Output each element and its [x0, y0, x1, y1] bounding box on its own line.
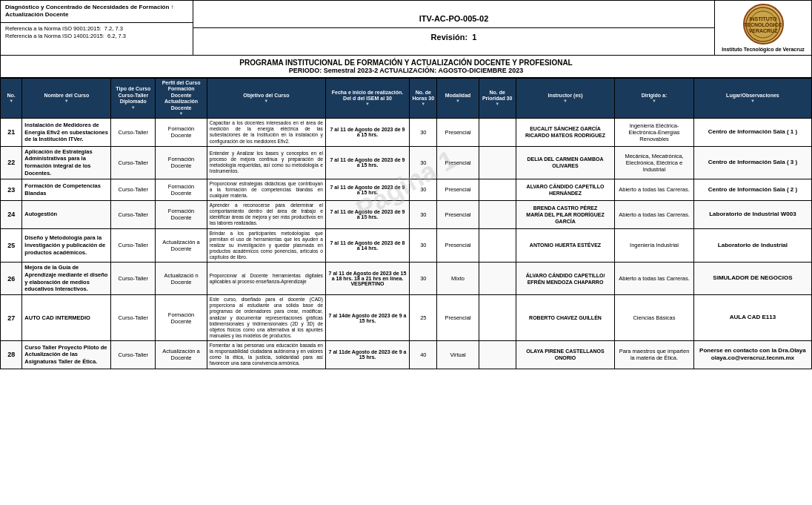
row-objetivo: Proporcionar al Docente herramientas dig…: [207, 263, 325, 295]
row-objetivo: Fomentar a las personas una educación ba…: [207, 341, 325, 369]
row-horas: 30: [410, 228, 437, 263]
col-header-horas: No. de Horas 30▼: [410, 79, 437, 119]
row-modalidad: Presencial: [437, 228, 479, 263]
row-tipo: Curso-Taller: [111, 179, 156, 200]
table-row: 25Diseño y Metodología para la Investiga…: [1, 228, 812, 263]
row-tipo: Curso-Taller: [111, 263, 156, 295]
row-modalidad: Virtual: [437, 341, 479, 369]
row-objetivo: Brindar a los participantes metodologías…: [207, 228, 325, 263]
row-modalidad: Presencial: [437, 146, 479, 179]
row-fecha: 7 al 11 de Agosto de 2023 de 9 a 15 hrs.: [325, 201, 409, 229]
table-row: 21Instalación de Medidores de Energía Ef…: [1, 119, 812, 147]
table-row: 24AutogestiónCurso-TallerFormación Docen…: [1, 201, 812, 229]
col-header-instructor: Instructor (es)▼: [516, 79, 614, 119]
row-nombre: Curso Taller Proyecto Piloto de Actualiz…: [22, 341, 111, 369]
ref2-label: Referencia a la Norma ISO 14001:2015:: [5, 33, 104, 39]
logo-icon: INSTITUTO TECNOLÓGICO VERACRUZ: [743, 4, 784, 44]
row-fecha: 7 al 11 de Agosto de 2023 de 9 a 15 hrs.: [325, 146, 409, 179]
row-nombre: AUTO CAD INTERMEDIO: [22, 295, 111, 341]
row-modalidad: Presencial: [437, 295, 479, 341]
col-header-perfil: Perfil del Curso Formación Docente Actua…: [156, 79, 207, 119]
row-dirigido: Abierto a todas las Carreras.: [615, 263, 694, 295]
row-perfil: Formación Docente: [156, 146, 207, 179]
row-objetivo: Entender y Analizar los bases y concepto…: [207, 146, 325, 179]
col-header-nombre: Nombre del Curso▼: [22, 79, 111, 119]
col-header-dirigido: Dirigido a:▼: [615, 79, 694, 119]
row-lugar: SIMULADOR DE NEGOCIOS: [693, 263, 811, 295]
row-no: 21: [1, 119, 22, 147]
row-fecha: 7 al 11 de Agosto de 2023 de 8 a 14 hrs.: [325, 228, 409, 263]
row-perfil: Formación Docente: [156, 119, 207, 147]
col-header-lugar: Lugar/Observaciones▼: [693, 79, 811, 119]
table-row: 23Formación de Competencias BlandasCurso…: [1, 179, 812, 200]
table-row: 27AUTO CAD INTERMEDIOCurso-TallerFormaci…: [1, 295, 812, 341]
row-horas: 30: [410, 179, 437, 200]
ref2-value: 6.2, 7.3: [107, 33, 126, 39]
row-perfil: Formación Docente: [156, 179, 207, 200]
row-no: 23: [1, 179, 22, 200]
row-horas: 25: [410, 295, 437, 341]
row-instructor: OLAYA PIRENE CASTELLANOS ONORIO: [516, 341, 614, 369]
row-fecha: 7 al 11 de Agosto de 2023 de 9 a 15 hrs.: [325, 179, 409, 200]
row-perfil: Formación Docente: [156, 295, 207, 341]
row-dirigido: Ingeniería Industrial: [615, 228, 694, 263]
row-dirigido: Mecánica, Mecatrónica, Electrónica, Eléc…: [615, 146, 694, 179]
row-fecha: 7 al 11 de Agosto de 2023 de 9 a 15 hrs.: [325, 119, 409, 147]
row-prioridad: [479, 341, 516, 369]
row-objetivo: Este curso, diseñado para el docente (CA…: [207, 295, 325, 341]
row-horas: 30: [410, 201, 437, 229]
row-nombre: Formación de Competencias Blandas: [22, 179, 111, 200]
row-prioridad: [479, 228, 516, 263]
row-instructor: ALVARO CÁNDIDO CAPETILLO HERNÁNDEZ: [516, 179, 614, 200]
program-table: No.▼ Nombre del Curso▼ Tipo de Curso Cur…: [0, 78, 812, 369]
row-dirigido: Para maestros que imparten la materia de…: [615, 341, 694, 369]
row-modalidad: Presencial: [437, 179, 479, 200]
row-lugar: Ponerse en contacto con la Dra.Olaya ola…: [693, 341, 811, 369]
row-nombre: Diseño y Metodología para la Investigaci…: [22, 228, 111, 263]
row-modalidad: Presencial: [437, 201, 479, 229]
row-prioridad: [479, 119, 516, 147]
row-no: 25: [1, 228, 22, 263]
row-prioridad: [479, 263, 516, 295]
row-lugar: Laboratorio de Industrial W003: [693, 201, 811, 229]
ref1-value: 7.2, 7.3: [104, 25, 123, 32]
row-prioridad: [479, 179, 516, 200]
row-perfil: Formación Docente: [156, 201, 207, 229]
row-no: 27: [1, 295, 22, 341]
row-prioridad: [479, 146, 516, 179]
row-horas: 30: [410, 263, 437, 295]
row-fecha: 7 al 11de Agosto de 2023 de 9 a 15 hrs.: [325, 341, 409, 369]
row-instructor: BRENDA CASTRO PÉREZMARÍA DEL PILAR RODRÍ…: [516, 201, 614, 229]
row-perfil: Actualización a Docente: [156, 341, 207, 369]
row-dirigido: Ciencias Básicas: [615, 295, 694, 341]
row-tipo: Curso-Taller: [111, 146, 156, 179]
row-no: 24: [1, 201, 22, 229]
row-lugar: Centro de Información Sala ( 1 ): [693, 119, 811, 147]
table-row: 26Mejora de la Guía de Aprendizaje media…: [1, 263, 812, 295]
row-nombre: Mejora de la Guía de Aprendizaje mediant…: [22, 263, 111, 295]
row-no: 26: [1, 263, 22, 295]
row-instructor: EUCALIT SÁNCHEZ GARCÍARICARDO MATEOS ROD…: [516, 119, 614, 147]
col-header-tipo: Tipo de Curso Curso-Taller Diplomado▼: [111, 79, 156, 119]
row-lugar: Centro de Información Sala ( 3 ): [693, 146, 811, 179]
row-tipo: Curso-Taller: [111, 228, 156, 263]
row-dirigido: Ingeniería Eléctrica-Electrónica-Energia…: [615, 119, 694, 147]
row-tipo: Curso-Taller: [111, 295, 156, 341]
row-lugar: AULA CAD E113: [693, 295, 811, 341]
doc-code: ITV-AC-PO-005-02: [193, 10, 714, 28]
row-horas: 30: [410, 119, 437, 147]
doc-title: Diagnóstico y Concentrado de Necesidades…: [1, 1, 193, 23]
row-nombre: Aplicación de Estrategias Administrativa…: [22, 146, 111, 179]
row-no: 22: [1, 146, 22, 179]
row-horas: 30: [410, 146, 437, 179]
doc-revision: Revisión: 1: [427, 28, 482, 46]
row-objetivo: Aprender a reconocerse para determinar e…: [207, 201, 325, 229]
row-nombre: Autogestión: [22, 201, 111, 229]
table-row: 22Aplicación de Estrategias Administrati…: [1, 146, 812, 179]
row-modalidad: Presencial: [437, 119, 479, 147]
row-lugar: Centro de Información Sala ( 2 ): [693, 179, 811, 200]
ref1-label: Referencia a la Norma ISO 9001:2015:: [5, 25, 102, 32]
row-objetivo: Capacitar a los docentes interesados en …: [207, 119, 325, 147]
row-fecha: 7 al 14de Agosto de 2023 de 9 a 15 hrs.: [325, 295, 409, 341]
row-perfil: Actualización a Docente: [156, 228, 207, 263]
